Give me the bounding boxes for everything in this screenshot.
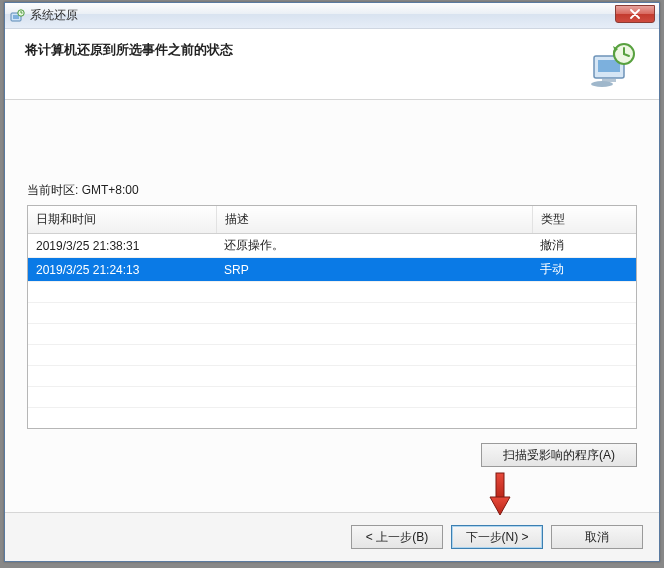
next-button[interactable]: 下一步(N) >	[451, 525, 543, 549]
cell-datetime: 2019/3/25 21:24:13	[28, 258, 216, 282]
wizard-footer: < 上一步(B) 下一步(N) > 取消	[5, 512, 659, 561]
table-row[interactable]: 2019/3/25 21:24:13SRP手动	[28, 258, 636, 282]
table-row[interactable]	[28, 408, 636, 429]
cell-empty	[216, 282, 532, 303]
cell-empty	[532, 303, 636, 324]
table-row[interactable]: 2019/3/25 21:38:31还原操作。撤消	[28, 234, 636, 258]
cell-datetime: 2019/3/25 21:38:31	[28, 234, 216, 258]
cell-type: 手动	[532, 258, 636, 282]
table-row[interactable]	[28, 345, 636, 366]
cell-empty	[28, 324, 216, 345]
wizard-content: 当前时区: GMT+8:00 日期和时间 描述 类型 2019/3/25 21:…	[5, 100, 659, 512]
table-row[interactable]	[28, 366, 636, 387]
cell-description: 还原操作。	[216, 234, 532, 258]
table-row[interactable]	[28, 303, 636, 324]
cell-type: 撤消	[532, 234, 636, 258]
scan-affected-button[interactable]: 扫描受影响的程序(A)	[481, 443, 637, 467]
svg-rect-1	[13, 15, 19, 19]
system-restore-icon	[9, 8, 25, 24]
cell-empty	[532, 324, 636, 345]
cell-empty	[28, 345, 216, 366]
window-title: 系统还原	[30, 7, 78, 24]
titlebar: 系统还原	[5, 3, 659, 29]
cell-empty	[216, 324, 532, 345]
cell-empty	[28, 366, 216, 387]
cell-empty	[216, 408, 532, 429]
cell-description: SRP	[216, 258, 532, 282]
system-restore-window: 系统还原 将计算机还原到所选事件之前的状态 当前时区: GMT+8:00	[4, 2, 660, 562]
wizard-header: 将计算机还原到所选事件之前的状态	[5, 29, 659, 100]
table-row[interactable]	[28, 387, 636, 408]
restore-graphic-icon	[587, 41, 639, 89]
cell-empty	[28, 282, 216, 303]
table-header-row: 日期和时间 描述 类型	[28, 206, 636, 234]
wizard-heading: 将计算机还原到所选事件之前的状态	[25, 41, 587, 59]
table-row[interactable]	[28, 282, 636, 303]
cell-empty	[532, 282, 636, 303]
table-row[interactable]	[28, 324, 636, 345]
cancel-button[interactable]: 取消	[551, 525, 643, 549]
restore-points-table[interactable]: 日期和时间 描述 类型 2019/3/25 21:38:31还原操作。撤消201…	[27, 205, 637, 429]
col-type[interactable]: 类型	[532, 206, 636, 234]
close-button[interactable]	[615, 5, 655, 23]
cell-empty	[216, 366, 532, 387]
cell-empty	[216, 387, 532, 408]
cell-empty	[28, 408, 216, 429]
cell-empty	[216, 303, 532, 324]
svg-point-6	[591, 81, 613, 87]
col-datetime[interactable]: 日期和时间	[28, 206, 216, 234]
cell-empty	[532, 408, 636, 429]
back-button[interactable]: < 上一步(B)	[351, 525, 443, 549]
timezone-label: 当前时区: GMT+8:00	[27, 182, 637, 199]
cell-empty	[532, 345, 636, 366]
col-description[interactable]: 描述	[216, 206, 532, 234]
cell-empty	[532, 366, 636, 387]
cell-empty	[28, 387, 216, 408]
cell-empty	[532, 387, 636, 408]
cell-empty	[216, 345, 532, 366]
cell-empty	[28, 303, 216, 324]
